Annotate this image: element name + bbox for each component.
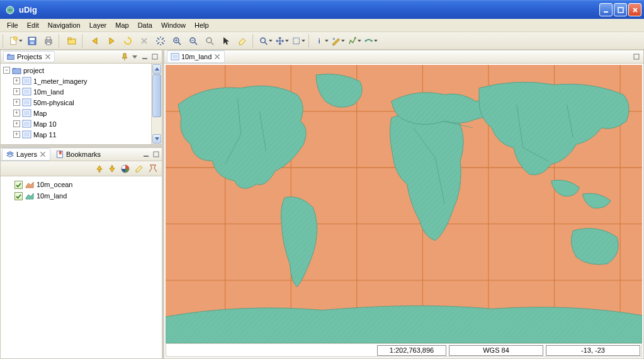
save-button[interactable] — [25, 34, 40, 48]
layer-item[interactable]: 10m_ocean — [3, 179, 159, 190]
draw-tool-button[interactable] — [347, 34, 362, 48]
editor-tab[interactable]: 10m_land — [167, 50, 225, 63]
expand-icon[interactable]: + — [13, 110, 20, 117]
scrollbar[interactable] — [151, 64, 162, 144]
menu-help[interactable]: Help — [190, 20, 213, 30]
minimize-icon[interactable] — [142, 150, 150, 159]
close-icon[interactable] — [39, 151, 47, 158]
svg-rect-12 — [68, 38, 71, 40]
layer-swatch-icon — [25, 193, 34, 200]
svg-point-22 — [261, 38, 266, 43]
expand-icon[interactable]: + — [13, 77, 20, 84]
select-tool-button[interactable] — [291, 34, 306, 48]
close-button[interactable] — [628, 3, 641, 16]
menu-window[interactable]: Window — [157, 20, 190, 30]
zoom-in-button[interactable] — [169, 34, 184, 48]
scale-display[interactable]: 1:202,763,896 — [377, 345, 446, 356]
open-project-button[interactable] — [64, 34, 79, 48]
projects-tab[interactable]: Projects — [3, 51, 55, 62]
map-editor: 1:202,763,896 WGS 84 -13, -23 — [164, 64, 644, 359]
tree-item[interactable]: +Map 10 — [13, 118, 162, 129]
expand-icon[interactable]: + — [13, 120, 20, 127]
expand-icon[interactable]: + — [13, 131, 20, 138]
collapse-icon[interactable]: − — [3, 67, 10, 74]
menu-navigation[interactable]: Navigation — [43, 20, 85, 30]
scroll-up-icon[interactable] — [152, 64, 161, 74]
close-icon[interactable] — [213, 53, 221, 60]
bookmarks-tab[interactable]: Bookmarks — [52, 148, 105, 161]
title-bar: uDig — [0, 0, 644, 19]
menu-data[interactable]: Data — [133, 20, 157, 30]
menu-bar: File Edit Navigation Layer Map Data Wind… — [0, 19, 644, 32]
edit-tool-button[interactable] — [330, 34, 346, 48]
zoom-out-button[interactable] — [186, 34, 201, 48]
svg-rect-6 — [30, 38, 35, 40]
minimize-button[interactable] — [599, 3, 613, 16]
menu-icon[interactable] — [130, 52, 139, 61]
layer-checkbox[interactable] — [14, 181, 23, 189]
style-icon[interactable] — [120, 164, 130, 174]
move-down-icon[interactable] — [108, 164, 116, 173]
close-icon[interactable] — [44, 53, 52, 60]
tree-item[interactable]: +10m_land — [13, 86, 162, 97]
layers-tab[interactable]: Layers — [2, 148, 50, 161]
tree-item[interactable]: +1_meter_imagery — [13, 76, 162, 86]
maximize-icon[interactable] — [632, 52, 641, 61]
stop-button[interactable] — [137, 34, 152, 48]
zoom-tool-button[interactable] — [258, 34, 273, 48]
crs-display[interactable]: WGS 84 — [449, 345, 543, 356]
bookmarks-icon — [55, 150, 64, 159]
minimize-icon[interactable] — [140, 52, 149, 61]
move-up-icon[interactable] — [95, 164, 104, 173]
menu-file[interactable]: File — [3, 20, 23, 30]
svg-rect-42 — [24, 111, 30, 115]
tree-item[interactable]: +Map — [13, 108, 162, 118]
layer-item[interactable]: 10m_land — [3, 190, 159, 202]
measure-tool-button[interactable] — [363, 34, 378, 48]
svg-rect-49 — [154, 152, 159, 157]
svg-point-27 — [364, 40, 366, 42]
svg-line-23 — [265, 42, 268, 44]
back-button[interactable] — [88, 34, 103, 48]
tree-item[interactable]: +50m-physical — [13, 97, 162, 108]
svg-line-14 — [178, 42, 181, 45]
maximize-button[interactable] — [614, 3, 627, 16]
refresh-button[interactable] — [120, 34, 135, 48]
layer-checkbox[interactable] — [14, 192, 23, 200]
map-icon — [22, 98, 31, 106]
cursor-button[interactable] — [218, 34, 234, 48]
menu-edit[interactable]: Edit — [23, 20, 43, 30]
svg-point-4 — [14, 37, 18, 40]
edit-layer-icon[interactable] — [134, 164, 144, 174]
eraser-button[interactable] — [235, 34, 250, 48]
expand-icon[interactable]: + — [13, 99, 20, 106]
pin-icon[interactable] — [120, 52, 129, 61]
zoom-extent-button[interactable] — [153, 34, 168, 48]
maximize-icon[interactable] — [150, 52, 159, 61]
tree-item[interactable]: +Map 11 — [13, 129, 162, 140]
pan-tool-button[interactable] — [274, 34, 290, 48]
print-button[interactable] — [41, 34, 56, 48]
maximize-icon[interactable] — [152, 150, 161, 159]
new-button[interactable] — [8, 34, 23, 48]
menu-map[interactable]: Map — [111, 20, 133, 30]
forward-button[interactable] — [104, 34, 119, 48]
expand-icon[interactable]: + — [13, 88, 20, 95]
map-canvas[interactable] — [166, 65, 642, 343]
tree-root[interactable]: − project — [3, 65, 162, 76]
scroll-thumb[interactable] — [152, 74, 161, 117]
svg-rect-46 — [24, 132, 30, 137]
filter-layer-icon[interactable] — [148, 164, 158, 174]
map-icon — [22, 130, 31, 139]
main-toolbar: i — [0, 32, 644, 50]
menu-layer[interactable]: Layer — [85, 20, 111, 30]
svg-rect-36 — [24, 79, 30, 83]
svg-rect-44 — [24, 122, 30, 126]
zoom-selection-button[interactable] — [202, 34, 217, 48]
svg-rect-40 — [24, 100, 30, 105]
editor-tab-bar: 10m_land — [164, 50, 644, 64]
svg-rect-30 — [8, 55, 14, 59]
projects-view: Projects − project — [0, 50, 162, 147]
scroll-down-icon[interactable] — [152, 134, 161, 144]
info-tool-button[interactable]: i — [314, 34, 329, 48]
